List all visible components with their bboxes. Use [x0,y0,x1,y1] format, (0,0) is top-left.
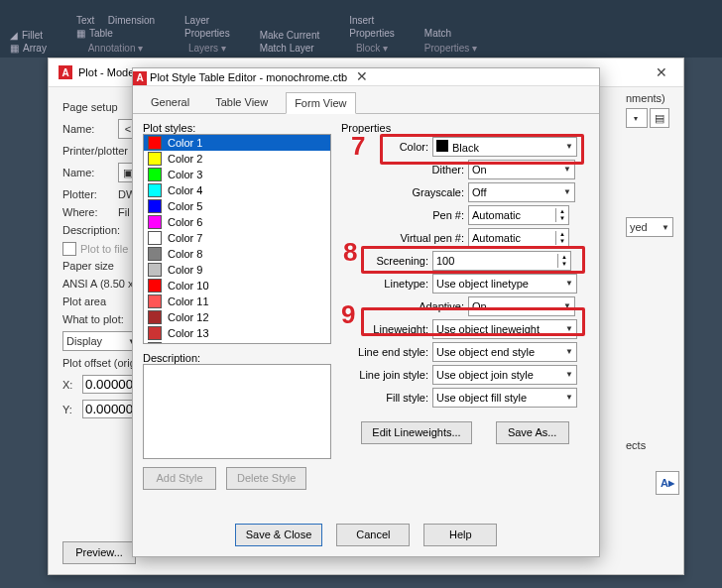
where-label: Where: [62,206,112,218]
yed-select[interactable]: yed▼ [626,217,673,237]
list-item-label: Color 13 [168,327,209,339]
color-swatch-icon [148,247,162,261]
ribbon: ◢ Fillet ▦ Array Text Dimension ▦ Table … [0,0,722,58]
ects-text: ects [626,439,646,451]
list-item-label: Color 9 [168,264,202,276]
list-item-label: Color 11 [168,295,209,307]
tab-form-view[interactable]: Form View [286,92,355,114]
color-swatch-icon [148,294,162,308]
list-item[interactable]: Color 1 [144,135,330,151]
color-swatch-icon [148,183,162,197]
list-item[interactable]: Color 9 [144,262,330,278]
close-icon[interactable]: ✕ [350,68,374,84]
name-label: Name: [62,123,112,135]
orient-button[interactable]: A ▶ [656,471,679,495]
plot-dialog-title: Plot - Model [78,66,137,78]
list-item-label: Color 6 [168,216,202,228]
list-item[interactable]: Color 4 [144,182,330,198]
dither-label: Dither: [341,164,464,176]
screening-spinner[interactable]: 100▲▼ [432,251,571,271]
grayscale-label: Grayscale: [341,186,464,198]
description-label: Description: [62,224,120,236]
ribbon-fillet[interactable]: ◢ Fillet [10,30,47,41]
list-item-label: Color 12 [168,311,209,323]
plot-to-file-checkbox[interactable] [62,242,76,256]
what-to-plot-select[interactable]: Display▼ [62,331,140,351]
ribbon-layers-label: Layers ▾ [184,41,230,54]
grayscale-select[interactable]: Off▼ [468,182,575,202]
adaptive-select[interactable]: On▼ [468,296,575,316]
color-select[interactable]: Black▼ [432,137,577,157]
paper-size-value[interactable]: ANSI A (8.50 x [62,278,134,290]
list-item[interactable]: Color 10 [144,278,330,294]
edit-lineweights-button[interactable]: Edit Lineweights... [361,421,471,444]
list-item-label: Color 8 [168,248,202,260]
ribbon-properties-label: Properties ▾ [424,41,477,54]
line-end-select[interactable]: Use object end style▼ [432,342,577,362]
ribbon-array[interactable]: ▦ Array [10,43,47,54]
right-tool[interactable]: ▤ [650,108,669,128]
tab-table-view[interactable]: Table View [207,92,276,113]
list-item-label: Color 3 [168,169,202,180]
list-item-label: Color 14 [168,343,209,344]
list-item[interactable]: Color 13 [144,325,330,341]
right-select[interactable]: ▾ [626,108,648,128]
vpen-label: Virtual pen #: [341,232,464,244]
autocad-logo-icon: A [59,65,72,79]
ribbon-text[interactable]: Text [76,15,94,26]
ribbon-dimension[interactable]: Dimension [108,15,155,26]
list-item[interactable]: Color 3 [144,167,330,182]
dither-select[interactable]: On▼ [468,160,575,179]
list-item[interactable]: Color 6 [144,214,330,230]
color-label: Color: [341,141,428,153]
autocad-logo-icon: A [133,71,147,85]
list-item[interactable]: Color 8 [144,246,330,262]
ribbon-properties[interactable]: Properties [184,28,230,39]
pen-spinner[interactable]: Automatic▲▼ [468,205,569,225]
color-swatch-icon [148,263,162,277]
adaptive-label: Adaptive: [341,300,464,312]
linetype-select[interactable]: Use object linetype▼ [432,274,577,294]
vpen-spinner[interactable]: Automatic▲▼ [468,228,569,248]
plot-style-editor-dialog: A Plot Style Table Editor - monochrome.c… [132,67,600,557]
fill-select[interactable]: Use object fill style▼ [432,388,577,408]
lineweight-label: Lineweight: [341,323,428,335]
list-item[interactable]: Color 11 [144,294,330,309]
properties-label: Properties [341,122,589,134]
list-item[interactable]: Color 12 [144,309,330,325]
list-item-label: Color 1 [168,137,202,149]
ribbon-insert[interactable]: Insert [349,15,395,26]
ribbon-make-current[interactable]: Make Current [260,30,320,41]
ribbon-match[interactable]: Match [424,28,477,39]
color-swatch-icon [148,152,162,166]
ribbon-layer[interactable]: Layer [184,15,209,26]
preview-button[interactable]: Preview... [62,541,136,564]
ribbon-properties2[interactable]: Properties [349,28,395,39]
close-icon[interactable]: ✕ [650,64,673,80]
description-label: Description: [143,352,331,364]
list-item[interactable]: Color 7 [144,230,330,246]
color-swatch-icon [148,326,162,340]
plot-styles-list[interactable]: Color 1Color 2Color 3Color 4Color 5Color… [143,134,331,344]
save-close-button[interactable]: Save & Close [235,524,323,546]
linetype-label: Linetype: [341,278,428,290]
ribbon-table[interactable]: ▦ Table [76,28,155,39]
list-item[interactable]: Color 2 [144,151,330,167]
lineweight-select[interactable]: Use object lineweight▼ [432,319,577,339]
color-swatch-icon [148,136,162,150]
line-join-select[interactable]: Use object join style▼ [432,365,577,385]
screening-label: Screening: [341,255,428,267]
list-item-label: Color 5 [168,200,202,212]
pen-label: Pen #: [341,209,464,221]
cancel-button[interactable]: Cancel [336,524,410,546]
help-button[interactable]: Help [423,524,497,546]
ribbon-annotation-label: Annotation ▾ [76,41,155,54]
save-as-button[interactable]: Save As... [496,421,569,444]
tab-general[interactable]: General [143,92,197,113]
plot-styles-label: Plot styles: [143,122,331,134]
list-item[interactable]: Color 14 [144,341,330,344]
nments-text: nments) [626,92,665,104]
description-textarea[interactable] [143,364,331,459]
ribbon-match-layer[interactable]: Match Layer [260,43,320,54]
list-item[interactable]: Color 5 [144,198,330,214]
